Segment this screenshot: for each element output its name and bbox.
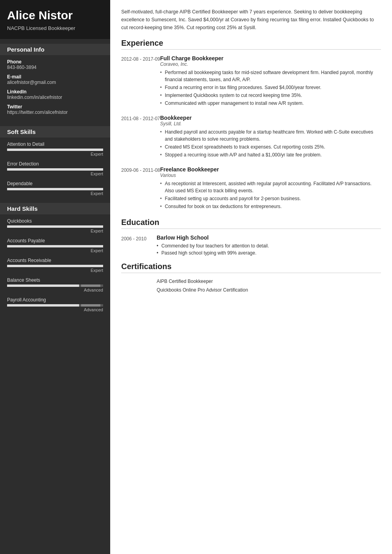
exp-role: Freelance Bookkeeper — [160, 166, 381, 173]
summary-text: Self-motivated, full-charge AIPB Certifi… — [121, 8, 381, 32]
sidebar-header: Alice Nistor NACPB Licensed Bookkeeper — [0, 0, 110, 39]
experience-title: Experience — [121, 39, 381, 50]
twitter-value: https://twitter.com/alicefnistor — [7, 110, 103, 115]
soft-skill-item: Dependable Expert — [7, 181, 103, 196]
skill-level: Expert — [7, 248, 103, 253]
skill-bar — [7, 188, 103, 190]
soft-skills-list: Attention to Detail Expert Error Detecti… — [7, 141, 103, 196]
experience-entry: 2009-06 - 2011-08 Freelance Bookkeeper V… — [121, 166, 381, 211]
exp-company: Various — [160, 173, 381, 178]
exp-bullet: Found a recurring error in tax filing pr… — [160, 84, 381, 91]
certifications-title: Certifications — [121, 262, 381, 273]
hard-skill-item: Accounts Payable Expert — [7, 238, 103, 253]
personal-info-title: Personal Info — [0, 44, 110, 55]
cert-name: AIPB Certified Bookkeeper — [157, 279, 213, 284]
email-info: E-mail alicefnistor@gmail.com — [7, 74, 103, 85]
exp-role: Full Charge Bookkeeper — [160, 55, 381, 61]
hard-skills-title: Hard Skills — [0, 203, 110, 214]
skill-name: Payroll Accounting — [7, 297, 103, 303]
cert-spacer — [121, 279, 157, 284]
experience-list: 2012-08 - 2017-09 Full Charge Bookkeeper… — [121, 55, 381, 211]
hard-skill-item: Payroll Accounting Advanced — [7, 297, 103, 312]
skill-bar — [7, 149, 103, 151]
skill-name: Quickbooks — [7, 218, 103, 224]
edu-bullet: Commended by four teachers for attention… — [157, 242, 381, 249]
exp-date: 2009-06 - 2011-08 — [121, 166, 160, 211]
skill-bar — [7, 225, 103, 228]
exp-bullet: Stopped a recurring issue with A/P and h… — [160, 151, 381, 158]
skill-name: Attention to Detail — [7, 141, 103, 147]
hard-skill-item: Balance Sheets Advanced — [7, 277, 103, 292]
skill-bar — [7, 265, 103, 267]
linkedin-label: LinkedIn — [7, 89, 103, 95]
skill-level: Expert — [7, 268, 103, 273]
skill-fill — [7, 149, 103, 151]
exp-bullets: As receptionist at Interescent, assisted… — [160, 180, 381, 210]
certification-entry: Quickbooks Online Pro Advisor Certificat… — [121, 287, 381, 293]
exp-role: Bookkeeper — [160, 115, 381, 121]
skill-level: Expert — [7, 171, 103, 176]
hard-skill-item: Quickbooks Expert — [7, 218, 103, 233]
hard-skills-list: Quickbooks Expert Accounts Payable Exper… — [7, 218, 103, 312]
exp-company: Sysill, Ltd. — [160, 121, 381, 126]
exp-date: 2011-08 - 2012-07 — [121, 115, 160, 159]
exp-bullet: As receptionist at Interescent, assisted… — [160, 180, 381, 194]
certification-entry: AIPB Certified Bookkeeper — [121, 279, 381, 284]
skill-name: Accounts Receivable — [7, 258, 103, 263]
email-value: alicefnistor@gmail.com — [7, 80, 103, 85]
experience-entry: 2012-08 - 2017-09 Full Charge Bookkeeper… — [121, 55, 381, 108]
main-content: Self-motivated, full-charge AIPB Certifi… — [110, 0, 392, 554]
email-label: E-mail — [7, 74, 103, 80]
skill-level: Advanced — [7, 288, 103, 292]
skill-bar — [7, 245, 103, 247]
twitter-info: Twitter https://twitter.com/alicefnistor — [7, 104, 103, 115]
soft-skill-item: Attention to Detail Expert — [7, 141, 103, 156]
cert-name: Quickbooks Online Pro Advisor Certificat… — [157, 287, 248, 293]
sidebar: Alice Nistor NACPB Licensed Bookkeeper P… — [0, 0, 110, 554]
education-entry: 2006 - 2010 Barlow High School Commended… — [121, 234, 381, 257]
hard-skill-item: Accounts Receivable Expert — [7, 258, 103, 273]
skill-level: Expert — [7, 191, 103, 196]
linkedin-value: linkedin.com/in/alicefnistor — [7, 95, 103, 100]
soft-skills-title: Soft Skills — [0, 126, 110, 138]
soft-skills-section: Soft Skills Attention to Detail Expert E… — [0, 121, 110, 203]
skill-bar — [7, 284, 103, 287]
exp-content: Bookkeeper Sysill, Ltd. Handled payroll … — [160, 115, 381, 159]
skill-fill-accent — [81, 284, 100, 287]
cert-spacer — [121, 287, 157, 293]
exp-bullet: Implemented Quickbooks system to cut rec… — [160, 92, 381, 99]
education-list: 2006 - 2010 Barlow High School Commended… — [121, 234, 381, 257]
skill-fill — [7, 265, 103, 267]
skill-name: Accounts Payable — [7, 238, 103, 244]
skill-fill — [7, 304, 79, 307]
skill-fill — [7, 245, 103, 247]
skill-fill — [7, 168, 103, 171]
exp-content: Freelance Bookkeeper Various As receptio… — [160, 166, 381, 211]
edu-bullet: Passed high school typing with 99% avera… — [157, 249, 381, 257]
personal-info-section: Personal Info Phone 843-860-3894 E-mail … — [0, 39, 110, 121]
skill-fill — [7, 188, 103, 190]
phone-value: 843-860-3894 — [7, 65, 103, 70]
linkedin-info: LinkedIn linkedin.com/in/alicefnistor — [7, 89, 103, 100]
skill-fill-accent — [81, 304, 100, 307]
exp-company: Coraveo, Inc. — [160, 61, 381, 67]
skill-level: Expert — [7, 152, 103, 156]
skill-name: Dependable — [7, 181, 103, 186]
skill-fill — [7, 225, 103, 228]
phone-info: Phone 843-860-3894 — [7, 59, 103, 70]
exp-bullets: Performed all bookkeeping tasks for mid-… — [160, 69, 381, 107]
certifications-list: AIPB Certified Bookkeeper Quickbooks Onl… — [121, 279, 381, 293]
exp-bullet: Created MS Excel spreadsheets to track e… — [160, 143, 381, 151]
exp-bullet: Performed all bookkeeping tasks for mid-… — [160, 69, 381, 83]
experience-entry: 2011-08 - 2012-07 Bookkeeper Sysill, Ltd… — [121, 115, 381, 159]
exp-bullet: Facilitated setting up accounts and payr… — [160, 195, 381, 202]
phone-label: Phone — [7, 59, 103, 65]
skill-name: Error Detection — [7, 161, 103, 167]
candidate-title: NACPB Licensed Bookkeeper — [7, 25, 103, 32]
exp-bullet: Consulted for book on tax deductions for… — [160, 203, 381, 210]
exp-date: 2012-08 - 2017-09 — [121, 55, 160, 108]
edu-bullets: Commended by four teachers for attention… — [157, 242, 381, 257]
skill-fill — [7, 284, 79, 287]
exp-bullets: Handled payroll and accounts payable for… — [160, 128, 381, 158]
skill-name: Balance Sheets — [7, 277, 103, 283]
